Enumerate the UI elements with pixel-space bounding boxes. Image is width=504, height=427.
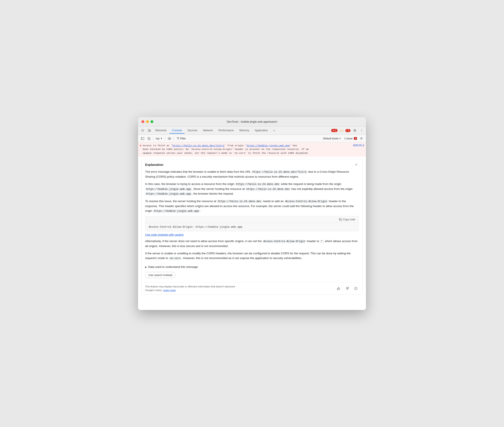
context-selector[interactable]: top ▼ (155, 137, 164, 140)
code-server: https://hello-io-24.deno.dev (245, 188, 291, 191)
code-block-wrapper: Copy code Access-Control-Allow-Origin: h… (145, 216, 359, 231)
context-label: top (156, 137, 159, 140)
maximize-button[interactable] (150, 120, 153, 123)
issue-badge: ! 1 (345, 129, 350, 132)
tab-performance[interactable]: Performance (216, 128, 236, 134)
toolbar-right: Default levels ▼ 1 Issue: 1 ⚙ (322, 136, 364, 141)
close-button[interactable] (142, 120, 144, 123)
thumbs-up-button[interactable] (336, 285, 342, 291)
thumbs-down-button[interactable] (344, 285, 350, 291)
code-origin4: https://bubble-jingle.web.app (153, 209, 200, 213)
fetch-url-link[interactable]: https://hello-io-24.deno.dev/?lvl=1 (173, 144, 224, 147)
error-icon: ✕ (332, 129, 334, 132)
svg-rect-4 (141, 137, 144, 140)
caution-link[interactable]: Use code snippets with caution (145, 233, 359, 236)
code-block-toolbar: Copy code (145, 216, 359, 223)
explanation-card: Explanation × The error message indicate… (142, 159, 362, 295)
error-count: 2 (335, 129, 336, 132)
disclaimer-text: This feature may display inaccurate or o… (145, 285, 235, 291)
card-header: Explanation × (142, 159, 362, 169)
device-toolbar-icon[interactable] (146, 128, 152, 134)
issue-label: 1 Issue: (344, 137, 353, 140)
report-button[interactable] (353, 285, 359, 291)
tab-application[interactable]: Application (252, 128, 270, 134)
titlebar: DevTools - bubble-jingle.web.app/search (138, 117, 366, 127)
error-text-has: ' has (290, 144, 297, 147)
code-origin1: https://hello-io-24.deno.dev (235, 183, 280, 186)
code-nocors: no-cors (169, 257, 181, 260)
default-levels-selector[interactable]: Default levels ▼ (322, 137, 342, 140)
filter-button[interactable]: Filter (175, 137, 188, 140)
error-circle-icon: ⊗ (140, 144, 142, 147)
tab-console[interactable]: Console (169, 128, 184, 134)
inspect-icon[interactable] (140, 128, 146, 134)
use-search-button[interactable]: Use search instead (145, 272, 175, 278)
explanation-para-5: If the server is unable or unwilling to … (145, 251, 359, 261)
warning-badge: ⚠ 1 (339, 129, 344, 132)
card-title: Explanation (145, 163, 163, 167)
warning-count: 1 (342, 129, 344, 132)
toolbar-separator-3 (173, 136, 174, 141)
console-toolbar: top ▼ Filter Default levels ▼ 1 Issue: 1 (138, 135, 366, 142)
footer-disclaimer-text: This feature may display inaccurate or o… (145, 285, 236, 292)
svg-point-9 (169, 138, 170, 139)
code-header2: Access-Control-Allow-Origin (262, 240, 306, 243)
error-message: Access to fetch at 'https://hello-io-24.… (143, 144, 352, 155)
svg-rect-10 (340, 219, 342, 221)
copy-code-label: Copy code (343, 218, 355, 221)
svg-rect-11 (337, 289, 338, 290)
console-error-row: ⊗ Access to fetch at 'https://hello-io-2… (138, 142, 366, 156)
origin-url-link[interactable]: https://bubble-jingle.web.app (247, 144, 290, 147)
issue-number: 1 (354, 137, 357, 140)
explanation-para-2: In this case, the browser is trying to a… (145, 182, 359, 196)
toolbar-separator-1 (153, 136, 153, 141)
tab-elements[interactable]: Elements (153, 128, 169, 134)
card-body: The error message indicates that the bro… (142, 169, 362, 216)
code-url1: https://hello-io-24.deno.dev/?lvl=1 (252, 170, 307, 174)
context-dropdown-icon: ▼ (160, 137, 163, 140)
error-line3: opaque response serves your needs, set t… (143, 152, 309, 154)
tab-more[interactable]: » (271, 128, 278, 134)
explanation-para-1: The error message indicates that the bro… (145, 169, 359, 179)
code-header: Access-Control-Allow-Origin (284, 200, 328, 203)
feedback-buttons (336, 285, 359, 291)
explanation-para-4: Alternatively, if the server does not ne… (145, 239, 359, 249)
data-disclosure-toggle[interactable]: ▶ Data used to understand this message (145, 263, 359, 271)
devtools-window: DevTools - bubble-jingle.web.app/search … (138, 117, 366, 310)
svg-point-15 (356, 289, 356, 289)
console-content: ⊗ Access to fetch at 'https://hello-io-2… (138, 142, 366, 310)
error-line2: been blocked by CORS policy: No 'Access-… (143, 148, 309, 151)
learn-more-link[interactable]: Learn more (163, 289, 176, 291)
tabbar-right: ✕ 2 ⚠ 1 ! 1 ⚙ ⋮ (331, 128, 364, 133)
window-title: DevTools - bubble-jingle.web.app/search (227, 120, 277, 123)
console-settings-icon[interactable]: ⚙ (359, 136, 364, 141)
warning-icon: ⚠ (339, 129, 342, 132)
error-text-mid: ' from origin ' (224, 144, 247, 147)
tab-network[interactable]: Network (200, 128, 215, 134)
settings-icon[interactable]: ⚙ (352, 128, 357, 133)
explanation-para-3: To resolve this issue, the server hostin… (145, 199, 359, 214)
svg-point-8 (168, 137, 171, 140)
error-text-prefix: Access to fetch at ' (143, 144, 173, 147)
sidebar-toggle-icon[interactable] (140, 136, 145, 141)
eye-icon[interactable] (167, 136, 172, 141)
minimize-button[interactable] (146, 120, 149, 123)
code-snippet: Access-Control-Allow-Origin: https://bub… (145, 223, 359, 231)
error-source-link[interactable]: search:1 (353, 144, 364, 146)
traffic-lights (142, 120, 153, 123)
error-badge: ✕ 2 (331, 129, 338, 132)
code-server2: https://hello-io-24.deno.dev (217, 200, 262, 203)
tab-memory[interactable]: Memory (237, 128, 252, 134)
clear-console-icon[interactable] (146, 136, 152, 141)
more-options-icon[interactable]: ⋮ (359, 128, 364, 133)
tab-sources[interactable]: Sources (185, 128, 200, 134)
svg-rect-12 (348, 287, 348, 289)
close-card-button[interactable]: × (354, 162, 359, 167)
code-wildcard: * (320, 240, 323, 243)
card-footer: This feature may display inaccurate or o… (142, 282, 362, 294)
copy-code-button[interactable]: Copy code (338, 218, 356, 221)
card-body-2: Alternatively, if the server does not ne… (142, 239, 362, 282)
data-disclosure-label: Data used to understand this message (148, 265, 198, 269)
default-levels-icon: ▼ (339, 137, 341, 140)
tabbar: Elements Console Sources Network Perform… (138, 127, 366, 135)
